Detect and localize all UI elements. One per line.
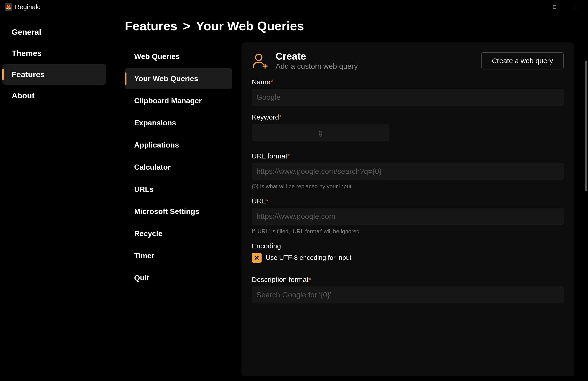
app-icon: 🦊: [5, 3, 12, 11]
sub-item-clipboard-manager[interactable]: Clipboard Manager: [125, 90, 232, 111]
breadcrumb: Features > Your Web Queries: [125, 19, 574, 33]
sidebar-item-features[interactable]: Features: [2, 64, 106, 85]
minimize-icon: [531, 5, 536, 9]
url-format-input[interactable]: [252, 163, 564, 180]
name-label: Name*: [252, 78, 564, 86]
name-input[interactable]: [252, 89, 564, 106]
svg-point-4: [256, 54, 262, 60]
create-web-query-panel: Create Add a custom web query Create a w…: [242, 42, 574, 376]
sub-item-microsoft-settings[interactable]: Microsoft Settings: [125, 201, 232, 222]
sidebar-item-general[interactable]: General: [2, 22, 106, 42]
sub-item-label: Web Queries: [134, 52, 180, 61]
sub-item-label: Applications: [134, 141, 179, 149]
create-web-query-button[interactable]: Create a web query: [481, 52, 564, 69]
sub-item-label: Microsoft Settings: [134, 207, 199, 216]
titlebar-left: 🦊 Reginald: [2, 3, 41, 11]
sub-item-calculator[interactable]: Calculator: [125, 157, 232, 178]
scrollbar[interactable]: [585, 61, 587, 191]
sidebar-item-themes[interactable]: Themes: [2, 43, 106, 63]
sub-item-label: URLs: [134, 185, 154, 193]
maximize-button[interactable]: [544, 0, 565, 14]
svg-rect-1: [553, 6, 556, 8]
sidebar-item-about[interactable]: About: [2, 86, 106, 106]
close-x-icon: [254, 255, 260, 261]
url-format-label: URL format*: [252, 152, 564, 160]
sub-item-applications[interactable]: Applications: [125, 135, 232, 155]
sub-item-web-queries[interactable]: Web Queries: [125, 46, 232, 67]
utf8-checkbox[interactable]: [252, 253, 262, 263]
sub-item-timer[interactable]: Timer: [125, 245, 232, 266]
app-title: Reginald: [15, 3, 41, 11]
sub-item-label: Calculator: [134, 163, 170, 171]
sub-item-label: Your Web Queries: [134, 74, 198, 83]
url-input[interactable]: [252, 208, 564, 225]
close-button[interactable]: [565, 0, 586, 14]
sub-item-expansions[interactable]: Expansions: [125, 113, 232, 133]
keyword-input[interactable]: [252, 124, 389, 141]
minimize-button[interactable]: [523, 0, 544, 14]
panel-subtitle: Add a custom web query: [275, 62, 474, 71]
url-hint: If 'URL' is filled, 'URL format' will be…: [252, 228, 564, 235]
main-sidebar: General Themes Features About: [0, 14, 108, 381]
close-icon: [573, 5, 578, 9]
description-format-input[interactable]: [252, 286, 564, 304]
sidebar-item-label: Themes: [12, 49, 42, 57]
encoding-label: Encoding: [252, 242, 564, 250]
sidebar-item-label: Features: [12, 70, 45, 79]
maximize-icon: [552, 5, 557, 9]
sub-item-quit[interactable]: Quit: [125, 267, 232, 288]
sub-item-urls[interactable]: URLs: [125, 179, 232, 200]
url-format-hint: {0} is what will be replaced by your inp…: [252, 183, 564, 190]
keyword-label: Keyword*: [252, 113, 564, 121]
url-label: URL*: [252, 197, 564, 205]
sub-item-label: Timer: [134, 251, 154, 260]
sub-item-your-web-queries[interactable]: Your Web Queries: [125, 68, 232, 89]
window-controls: [523, 0, 586, 14]
sub-item-label: Clipboard Manager: [134, 96, 202, 105]
sub-item-label: Expansions: [134, 119, 176, 127]
user-add-icon: [252, 52, 269, 69]
breadcrumb-current: Your Web Queries: [196, 19, 304, 33]
features-sidebar: Web Queries Your Web Queries Clipboard M…: [125, 42, 232, 376]
sub-item-label: Recycle: [134, 229, 162, 238]
sidebar-item-label: About: [12, 91, 35, 100]
sidebar-item-label: General: [12, 27, 41, 36]
titlebar: 🦊 Reginald: [0, 0, 588, 14]
content-area: Features > Your Web Queries Web Queries …: [108, 14, 588, 381]
breadcrumb-sep: >: [183, 19, 190, 33]
sub-item-label: Quit: [134, 274, 149, 282]
breadcrumb-parent: Features: [125, 19, 177, 33]
sub-item-recycle[interactable]: Recycle: [125, 223, 232, 244]
description-format-label: Description format*: [252, 276, 564, 284]
panel-header: Create Add a custom web query Create a w…: [252, 51, 564, 71]
panel-title: Create: [275, 51, 474, 62]
utf8-checkbox-label: Use UTF-8 encoding for input: [266, 254, 351, 262]
